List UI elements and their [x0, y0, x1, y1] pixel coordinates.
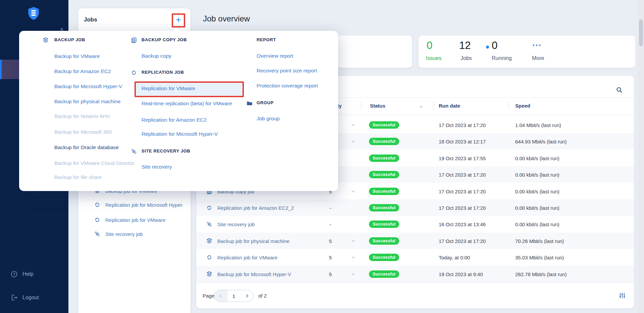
table-row[interactable]: Site recovery job - Successful 16 Oct 20…: [196, 216, 634, 232]
menu-item-protection-coverage-report[interactable]: Protection coverage report: [257, 83, 318, 89]
summary-card-partial: [337, 36, 412, 68]
column-header-speed[interactable]: Speed: [515, 103, 530, 109]
run-date: 19 Oct 2023 at 9:40: [439, 271, 483, 277]
table-settings-button sliders-icon[interactable]: [618, 292, 626, 300]
status-badge: Successful: [369, 237, 399, 245]
run-date: 17 Oct 2023 at 17:20: [439, 205, 486, 210]
divider: [196, 283, 634, 283]
scrollbar-track[interactable]: [638, 0, 644, 313]
menu-item-backup-for-amazon-ec2[interactable]: Backup for Amazon EC2: [54, 68, 111, 74]
help-icon: [10, 270, 18, 278]
status-sort-chevron-down-icon[interactable]: [419, 104, 424, 109]
menu-item-replication-for-amazon-ec2[interactable]: Replication for Amazon EC2: [142, 117, 207, 123]
status-badge: Successful: [369, 221, 399, 228]
help-button[interactable]: Help: [10, 270, 34, 278]
menu-section-header: REPLICATION JOB: [142, 70, 184, 75]
replication-job-icon: [206, 254, 213, 261]
site-recovery-job-icon: [130, 148, 138, 155]
run-date: 17 Oct 2023 at 17:20: [439, 238, 486, 244]
expand-chevron-down-icon[interactable]: [351, 271, 356, 277]
backup-copy-job-icon: [130, 37, 138, 44]
speed: 282.78 Mbit/s (last run): [515, 271, 567, 277]
running-label: Running: [492, 55, 512, 61]
status-badge: Successful: [369, 154, 399, 162]
priority-value: 5: [317, 254, 344, 260]
expand-chevron-down-icon[interactable]: [351, 139, 356, 144]
backup-job-icon: [206, 237, 213, 245]
run-date: 17 Oct 2023 at 17:20: [439, 172, 486, 177]
speed: 0.00 kbit/s (last run): [515, 188, 559, 194]
expand-chevron-down-icon[interactable]: [351, 255, 356, 260]
logout-label: Logout: [22, 295, 39, 301]
running-count: 0: [492, 40, 497, 52]
speed: 35.03 Mbit/s (last run): [515, 254, 564, 260]
menu-item-replication-for-microsoft-hyper-v[interactable]: Replication for Microsoft Hyper-V: [142, 131, 218, 137]
column-separator: [433, 102, 433, 110]
job-name: Site recovery job: [217, 221, 255, 227]
table-row[interactable]: Backup job for physical machine 5 Succes…: [196, 233, 634, 249]
jobs-panel-title: Jobs: [84, 16, 97, 23]
job-name: Replication job for VMware: [217, 254, 277, 260]
status-badge: Successful: [369, 188, 399, 195]
replication-job-icon: [94, 216, 101, 224]
site-recovery-job-icon: [94, 230, 101, 238]
expand-chevron-down-icon[interactable]: [351, 122, 356, 128]
menu-section-header: REPORT: [257, 37, 276, 42]
table-row[interactable]: Replication job for VMware 5 Successful …: [196, 249, 634, 265]
menu-item-overview-report[interactable]: Overview report: [257, 53, 293, 59]
menu-item-backup-for-nutanix-ahv: Backup for Nutanix AHV: [54, 113, 110, 119]
menu-section-header: SITE RECOVERY JOB: [142, 148, 190, 153]
scrollbar-thumb[interactable]: [639, 19, 643, 46]
expand-chevron-down-icon[interactable]: [351, 189, 356, 194]
previous-page-button chevron-left-icon[interactable]: [214, 290, 227, 302]
menu-item-recovery-point-size-report[interactable]: Recovery point size report: [257, 68, 317, 74]
priority-value: 5: [317, 271, 344, 277]
page-title: Job overview: [203, 14, 250, 23]
menu-item-backup-for-microsoft-365: Backup for Microsoft 365: [54, 129, 112, 135]
column-header-run-date[interactable]: Run date: [439, 103, 460, 109]
column-header-status[interactable]: Status: [370, 103, 385, 109]
menu-item-job-group[interactable]: Job group: [257, 116, 280, 122]
menu-item-backup-for-microsoft-hyper-v[interactable]: Backup for Microsoft Hyper-V: [54, 83, 122, 89]
status-badge: Successful: [369, 121, 399, 129]
menu-item-replication-for-vmware[interactable]: Replication for VMware: [142, 85, 195, 91]
run-date: 19 Oct 2023 at 17:55: [439, 155, 486, 161]
tree-item-replication-hyperv[interactable]: Replication job for Microsoft Hyper-: [94, 201, 183, 208]
more-ellipsis-icon[interactable]: [532, 43, 541, 48]
expand-chevron-down-icon[interactable]: [351, 238, 356, 244]
menu-item-backup-copy[interactable]: Backup copy: [142, 53, 171, 59]
current-page-input[interactable]: 1: [227, 290, 240, 302]
backup-job-icon: [42, 37, 49, 44]
backup-job-icon: [206, 270, 213, 278]
status-badge: Successful: [369, 254, 399, 261]
logout-button[interactable]: Logout: [10, 294, 39, 302]
table-search-button magnifier-icon[interactable]: [615, 86, 623, 94]
issues-count: 0: [427, 40, 432, 52]
replication-job-icon: [206, 204, 213, 211]
app-logo shield-database-logo-icon[interactable]: [26, 6, 41, 21]
tree-item-site-recovery[interactable]: Site recovery job: [94, 230, 143, 238]
menu-item-real-time-replication-beta-for-vmware[interactable]: Real-time replication (beta) for VMware: [142, 101, 232, 107]
menu-item-backup-for-oracle-database[interactable]: Backup for Oracle database: [54, 144, 119, 150]
site-recovery-job-icon: [206, 221, 213, 228]
help-label: Help: [22, 271, 34, 277]
speed: 0.00 kbit/s (last run): [515, 205, 559, 210]
table-row[interactable]: Backup job for Microsoft Hyper-V 5 Succe…: [196, 266, 634, 282]
priority-value: -: [317, 221, 344, 227]
run-date: Today, at 0:00: [439, 254, 470, 260]
menu-item-backup-for-physical-machine[interactable]: Backup for physical machine: [54, 99, 120, 105]
menu-item-site-recovery[interactable]: Site recovery: [142, 164, 172, 170]
speed: 644.93 Mbit/s (last run): [515, 138, 567, 144]
menu-item-backup-for-vmware[interactable]: Backup for VMware: [54, 53, 100, 59]
table-row[interactable]: Replication job for Amazon EC2_2 - Succe…: [196, 199, 634, 216]
job-name: Backup job for physical machine: [217, 238, 289, 244]
run-date: 17 Oct 2023 at 17:20: [439, 122, 486, 128]
jobs-label: Jobs: [461, 55, 472, 61]
running-dot-icon: [486, 46, 489, 49]
next-page-button chevron-right-icon[interactable]: [240, 290, 253, 302]
more-label[interactable]: More: [532, 55, 544, 61]
create-job-menu: BACKUP JOB Backup for VMware Backup for …: [19, 31, 338, 191]
speed: 0.00 kbit/s (last run): [515, 155, 559, 161]
menu-section-header: BACKUP JOB: [54, 37, 85, 42]
tree-item-replication-vmware[interactable]: Replication job for VMware: [94, 216, 165, 224]
